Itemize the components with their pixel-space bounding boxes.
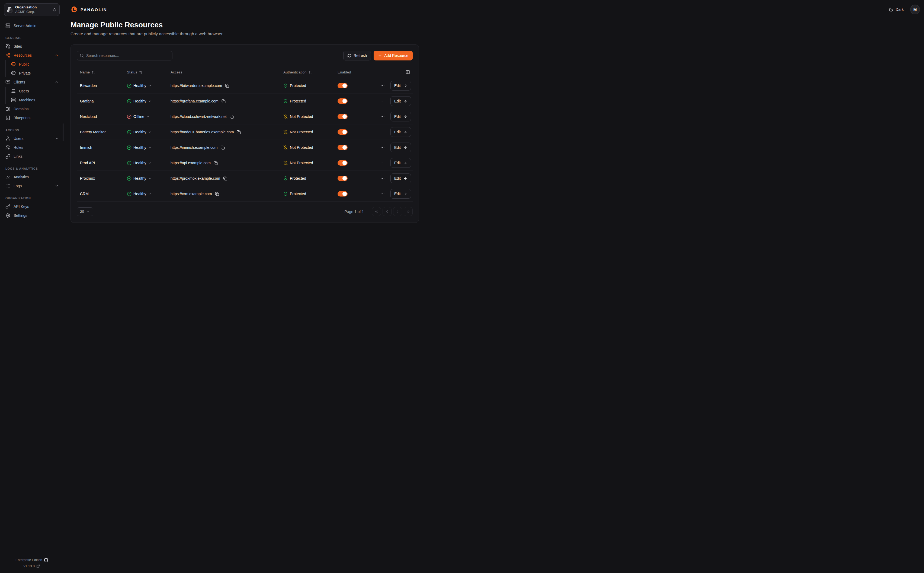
- next-page-button[interactable]: [393, 207, 402, 216]
- resource-url[interactable]: https://node01.batteries.example.com: [171, 130, 234, 134]
- row-menu-button[interactable]: [380, 114, 385, 119]
- last-page-button[interactable]: [404, 207, 413, 216]
- copy-url-button[interactable]: [236, 130, 241, 135]
- resource-url[interactable]: https://bitwarden.example.com: [171, 83, 222, 88]
- copy-url-button[interactable]: [220, 145, 225, 150]
- status-label: Healthy: [133, 99, 146, 103]
- copy-url-button[interactable]: [222, 176, 228, 181]
- globe-icon: [5, 106, 10, 111]
- resource-url[interactable]: https://cloud.schwartznetwork.net: [171, 114, 227, 119]
- resource-url[interactable]: https://crm.example.com: [171, 192, 212, 196]
- search-input[interactable]: [77, 51, 172, 60]
- status-dropdown[interactable]: Healthy: [124, 192, 167, 196]
- globe-icon: [11, 62, 16, 66]
- access-cell: https://grafana.example.com: [167, 99, 280, 104]
- prev-page-button[interactable]: [382, 207, 392, 216]
- row-actions: Edit: [375, 142, 413, 152]
- status-dropdown[interactable]: Healthy: [124, 176, 167, 181]
- status-dropdown[interactable]: Healthy: [124, 161, 167, 165]
- sidebar-item-links[interactable]: Links: [5, 152, 59, 160]
- edit-button[interactable]: Edit: [390, 142, 411, 152]
- arrow-right-icon: [403, 161, 407, 165]
- enabled-toggle[interactable]: [338, 129, 348, 135]
- column-header-authentication[interactable]: Authentication: [280, 70, 334, 74]
- org-selector[interactable]: Organization ACME Corp.: [4, 3, 60, 16]
- row-menu-button[interactable]: [380, 175, 385, 181]
- row-menu-button[interactable]: [380, 83, 385, 89]
- sidebar-item-label: Sites: [14, 44, 22, 49]
- sort-icon: [309, 70, 312, 74]
- resource-url[interactable]: https://grafana.example.com: [171, 99, 219, 103]
- pager-buttons: [372, 207, 413, 216]
- status-dropdown[interactable]: Healthy: [124, 99, 167, 103]
- edition-link[interactable]: Enterprise Edition: [16, 558, 48, 562]
- enabled-toggle[interactable]: [338, 160, 348, 166]
- page-size-select[interactable]: 20: [77, 207, 93, 216]
- sidebar-item-domains[interactable]: Domains: [5, 105, 59, 113]
- arrow-right-icon: [403, 192, 407, 196]
- avatar-initial: M: [913, 7, 917, 12]
- copy-url-button[interactable]: [229, 114, 234, 119]
- sidebar-item-machines[interactable]: Machines: [6, 96, 59, 104]
- add-resource-button[interactable]: Add Resource: [374, 51, 413, 60]
- column-header-name[interactable]: Name: [77, 70, 124, 74]
- edit-button[interactable]: Edit: [390, 189, 411, 199]
- version-link[interactable]: v1.13.0: [23, 564, 40, 568]
- status-dropdown[interactable]: Healthy: [124, 145, 167, 150]
- copy-url-button[interactable]: [215, 191, 219, 197]
- sidebar-item-server-admin[interactable]: Server Admin: [5, 22, 59, 30]
- edit-button[interactable]: Edit: [390, 112, 411, 121]
- row-menu-button[interactable]: [380, 191, 385, 197]
- enabled-toggle[interactable]: [338, 114, 348, 119]
- copy-url-button[interactable]: [213, 160, 218, 166]
- row-menu-button[interactable]: [380, 144, 385, 150]
- row-menu-button[interactable]: [380, 129, 385, 135]
- sidebar-item-clients[interactable]: Clients: [5, 78, 59, 86]
- sidebar-item-blueprints[interactable]: Blueprints: [5, 114, 59, 122]
- sidebar-scrollbar-thumb[interactable]: [63, 123, 63, 141]
- sidebar-item-resources[interactable]: Resources: [5, 51, 59, 59]
- status-dropdown[interactable]: Healthy: [124, 83, 167, 88]
- edit-button[interactable]: Edit: [390, 81, 411, 91]
- column-settings-button[interactable]: [405, 69, 410, 75]
- copy-url-button[interactable]: [224, 83, 230, 88]
- sidebar-item-analytics[interactable]: Analytics: [5, 173, 59, 181]
- status-dropdown[interactable]: Offline: [124, 114, 167, 119]
- sidebar-item-sites[interactable]: Sites: [5, 42, 59, 50]
- edit-button[interactable]: Edit: [390, 127, 411, 137]
- status-dropdown[interactable]: Healthy: [124, 130, 167, 135]
- enabled-toggle[interactable]: [338, 83, 348, 88]
- edit-button[interactable]: Edit: [390, 96, 411, 106]
- enabled-toggle[interactable]: [338, 99, 348, 104]
- enabled-toggle[interactable]: [338, 175, 348, 181]
- arrow-right-icon: [403, 115, 407, 119]
- sidebar-item-roles[interactable]: Roles: [5, 143, 59, 152]
- sidebar-item-settings[interactable]: Settings: [5, 211, 59, 219]
- sidebar-item-users[interactable]: Users: [5, 134, 59, 142]
- sidebar-item-logs[interactable]: Logs: [5, 182, 59, 190]
- resource-url[interactable]: https://proxmox.example.com: [171, 176, 220, 180]
- column-header-status[interactable]: Status: [124, 70, 167, 74]
- resource-url[interactable]: https://immich.example.com: [171, 145, 218, 150]
- first-page-button[interactable]: [372, 207, 381, 216]
- theme-toggle-button[interactable]: Dark: [887, 7, 905, 12]
- enabled-toggle[interactable]: [338, 191, 348, 197]
- sidebar-item-api-keys[interactable]: API Keys: [5, 202, 59, 211]
- avatar[interactable]: M: [910, 5, 920, 14]
- org-selector-label: Organization: [15, 5, 50, 9]
- sidebar-item-private[interactable]: Private: [6, 69, 59, 77]
- resource-url[interactable]: https://api.example.com: [171, 161, 211, 165]
- copy-url-button[interactable]: [221, 99, 226, 104]
- copy-icon: [237, 130, 241, 134]
- enabled-toggle[interactable]: [338, 145, 348, 150]
- shield-check-icon: [283, 99, 288, 103]
- sidebar-section-label: Logs & Analytics: [5, 167, 59, 170]
- row-menu-button[interactable]: [380, 160, 385, 166]
- row-menu-button[interactable]: [380, 98, 385, 104]
- sidebar-item-public[interactable]: Public: [6, 60, 59, 68]
- edit-button[interactable]: Edit: [390, 174, 411, 183]
- table-row: CRM Healthy https://crm.example.com Prot…: [77, 186, 413, 201]
- refresh-button[interactable]: Refresh: [343, 51, 371, 60]
- sidebar-item-users[interactable]: Users: [6, 87, 59, 95]
- edit-button[interactable]: Edit: [390, 158, 411, 168]
